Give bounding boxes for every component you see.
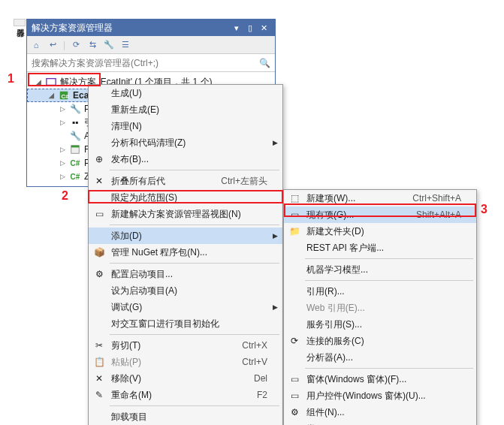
menu-new-item[interactable]: ⬚新建项(W)...Ctrl+Shift+A: [284, 190, 476, 206]
menu-separator: [305, 258, 473, 259]
connected-icon: ⟳: [288, 335, 300, 347]
menu-separator: [110, 263, 279, 264]
home-icon[interactable]: ⌂: [30, 39, 42, 51]
usercontrol-icon: ▭: [288, 390, 300, 402]
paste-icon: 📋: [93, 356, 105, 368]
menu-service-reference[interactable]: 服务引用(S)...: [284, 316, 476, 333]
menu-clean[interactable]: 清理(N): [89, 118, 282, 134]
svg-rect-4: [71, 146, 80, 148]
menu-rest-client[interactable]: REST API 客户端...: [284, 240, 476, 256]
side-tab[interactable]: 服务器: [14, 19, 26, 26]
dropdown-icon[interactable]: ▾: [230, 23, 243, 33]
menu-init-interactive[interactable]: 对交互窗口进行项目初始化: [89, 315, 282, 332]
menu-ml-model[interactable]: 机器学习模型...: [284, 261, 476, 278]
csharp-icon: C#: [69, 157, 81, 169]
menu-separator: [305, 280, 473, 281]
pin-icon[interactable]: ▯: [243, 23, 257, 33]
expander-icon[interactable]: ▷: [60, 146, 69, 153]
search-box[interactable]: 🔍: [27, 54, 275, 72]
menu-paste: 📋粘贴(P)Ctrl+V: [89, 354, 282, 370]
panel-title: 解决方案资源管理器: [32, 22, 113, 35]
menu-nuget[interactable]: 📦管理 NuGet 程序包(N)...: [89, 244, 282, 261]
search-icon: 🔍: [259, 58, 270, 68]
menu-config-startup[interactable]: ⚙配置启动项目...: [89, 266, 282, 282]
panel-toolbar: ⌂ ↩ | ⟳ ⇆ 🔧 ☰: [27, 36, 275, 54]
menu-existing-item[interactable]: ▭现有项(G)...Shift+Alt+A: [284, 206, 476, 223]
menu-separator: [110, 405, 279, 406]
annotation-1: 1: [8, 72, 14, 86]
sync-icon[interactable]: ⇆: [86, 39, 98, 51]
menu-web-reference: Web 引用(E)...: [284, 300, 476, 316]
menu-debug[interactable]: 调试(G)▶: [89, 299, 282, 315]
gear-icon: ⚙: [93, 268, 105, 280]
expander-icon[interactable]: ◢: [49, 92, 58, 99]
menu-separator: [110, 334, 279, 335]
publish-icon: ⊕: [93, 153, 105, 165]
collapse-icon: ✕: [93, 175, 105, 187]
menu-add[interactable]: 添加(D)▶: [89, 228, 282, 244]
menu-user-control[interactable]: ▭用户控件(Windows 窗体)(U)...: [284, 387, 476, 404]
menu-form[interactable]: ▭窗体(Windows 窗体)(F)...: [284, 371, 476, 387]
config-icon: 🔧: [69, 130, 81, 142]
add-submenu: ⬚新建项(W)...Ctrl+Shift+A ▭现有项(G)...Shift+A…: [283, 189, 477, 425]
expander-icon[interactable]: ▷: [60, 173, 69, 180]
menu-separator: [110, 170, 279, 170]
svg-rect-0: [47, 79, 56, 86]
folder-icon: 📁: [288, 225, 300, 237]
menu-rebuild[interactable]: 重新生成(E): [89, 101, 282, 118]
menu-scope[interactable]: 限定为此范围(S): [89, 189, 282, 206]
menu-rename[interactable]: ✎重命名(M)F2: [89, 387, 282, 403]
menu-collapse[interactable]: ✕折叠所有后代Ctrl+左箭头: [89, 173, 282, 189]
expander-icon[interactable]: ◢: [36, 78, 45, 86]
solution-icon: [45, 76, 57, 88]
expander-icon[interactable]: ▷: [60, 105, 69, 113]
back-icon[interactable]: ↩: [47, 39, 59, 51]
expander-icon[interactable]: ▷: [60, 119, 69, 126]
close-icon[interactable]: ✕: [257, 23, 270, 33]
form-icon: ▭: [288, 373, 300, 385]
annotation-2: 2: [62, 189, 68, 203]
svg-text:C#: C#: [62, 93, 70, 100]
expander-icon[interactable]: ▷: [60, 159, 69, 167]
properties-icon[interactable]: ☰: [119, 39, 131, 51]
menu-separator: [110, 225, 279, 225]
menu-reference[interactable]: 引用(R)...: [284, 283, 476, 300]
menu-build[interactable]: 生成(U): [89, 85, 282, 101]
menu-new-folder[interactable]: 📁新建文件夹(D): [284, 223, 476, 240]
menu-remove[interactable]: ✕移除(V)Del: [89, 370, 282, 387]
references-icon: ▪▪: [69, 116, 81, 128]
csharp-icon: C#: [69, 170, 81, 182]
nuget-icon: 📦: [93, 246, 105, 258]
menu-cut[interactable]: ✂剪切(T)Ctrl+X: [89, 337, 282, 354]
form-icon: [69, 143, 81, 155]
menu-publish[interactable]: ⊕发布(B)...: [89, 151, 282, 167]
csproj-icon: C#: [58, 89, 70, 101]
menu-component[interactable]: ⚙组件(N)...: [284, 404, 476, 420]
wrench-icon[interactable]: 🔧: [103, 39, 115, 51]
annotation-3: 3: [481, 203, 487, 216]
wrench-icon: 🔧: [69, 103, 81, 115]
remove-icon: ✕: [93, 372, 105, 384]
panel-titlebar: 解决方案资源管理器 ▾ ▯ ✕: [27, 20, 275, 36]
component-icon: ⚙: [288, 406, 300, 418]
existing-item-icon: ▭: [288, 209, 300, 221]
cut-icon: ✂: [93, 339, 105, 351]
new-item-icon: ⬚: [288, 192, 300, 204]
menu-separator: [305, 368, 473, 369]
menu-analyzer[interactable]: 分析器(A)...: [284, 349, 476, 366]
menu-analyze[interactable]: 分析和代码清理(Z)▶: [89, 134, 282, 151]
context-menu: 生成(U) 重新生成(E) 清理(N) 分析和代码清理(Z)▶ ⊕发布(B)..…: [88, 84, 283, 425]
menu-class[interactable]: ✦类(C)...: [284, 420, 476, 425]
menu-unload[interactable]: 卸载项目: [89, 408, 282, 425]
search-input[interactable]: [32, 58, 259, 68]
menu-set-startup[interactable]: 设为启动项目(A): [89, 282, 282, 299]
refresh-icon[interactable]: ⟳: [70, 39, 82, 51]
rename-icon: ✎: [93, 389, 105, 401]
view-icon: ▭: [93, 208, 105, 220]
menu-connected-service[interactable]: ⟳连接的服务(C): [284, 333, 476, 349]
menu-new-view[interactable]: ▭新建解决方案资源管理器视图(N): [89, 206, 282, 222]
